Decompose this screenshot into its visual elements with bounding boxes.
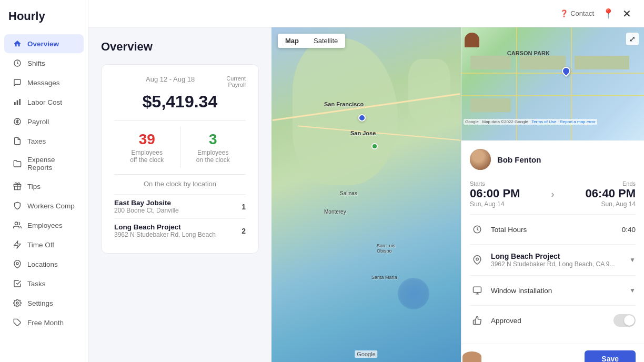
tab-satellite[interactable]: Satellite [306, 34, 345, 48]
expand-map-button[interactable]: ⤢ [626, 33, 639, 45]
topbar: ❓ Contact 📍 ✕ [88, 0, 644, 27]
job-dropdown-arrow[interactable]: ▼ [629, 287, 636, 294]
sidebar-label-tasks: Tasks [27, 280, 46, 288]
pin-icon-detail [470, 253, 485, 267]
sidebar-label-payroll: Payroll [27, 118, 49, 126]
gift-icon [13, 182, 22, 191]
location-pin-icon: 📍 [602, 8, 614, 19]
location-info-detail: Long Beach Project 3962 N Studebaker Rd,… [491, 252, 623, 268]
bar-chart-icon [13, 97, 22, 107]
on-clock-label: Employeeson the clock [185, 149, 242, 164]
start-time-block: Starts 06:00 PM Sun, Aug 14 [470, 180, 520, 208]
job-row: Window Installation ▼ [470, 275, 636, 305]
payroll-header: Aug 12 - Aug 18 Current Payroll [114, 75, 246, 88]
sidebar-label-taxes: Taxes [27, 137, 46, 145]
sidebar-item-settings[interactable]: Settings [4, 294, 84, 313]
content-area: Overview Aug 12 - Aug 18 Current Payroll… [88, 27, 644, 362]
sidebar-item-free-month[interactable]: Free Month [4, 313, 84, 332]
on-clock-stat: 3 Employeeson the clock [180, 127, 246, 168]
folder-icon [13, 159, 22, 168]
user-avatar [470, 149, 491, 170]
pin-icon [13, 259, 22, 269]
location-info-long-beach: Long Beach Project 3962 N Studebaker Rd,… [114, 223, 216, 238]
sidebar-item-employees[interactable]: Employees [4, 216, 84, 235]
location-info-east-bay: East Bay Jobsite 200 Boone Ct, Danville [114, 199, 179, 214]
sidebar-nav: Overview Shifts Messages Labor Cost Payr [0, 32, 88, 362]
current-payroll-label: Current Payroll [226, 75, 246, 88]
sidebar-label-expense-reports: Expense Reports [27, 156, 75, 172]
sidebar-item-expense-reports[interactable]: Expense Reports [4, 151, 84, 176]
time-row: Starts 06:00 PM Sun, Aug 14 › Ends 06:40… [470, 180, 636, 208]
sidebar-label-overview: Overview [27, 40, 59, 48]
message-icon [13, 78, 22, 87]
payroll-amount: $5,419.34 [114, 92, 246, 112]
total-hours-row: Total Hours 0:40 [470, 214, 636, 244]
svg-point-8 [16, 263, 18, 265]
cursor-indicator [398, 278, 429, 309]
app-logo: Hourly [0, 0, 88, 32]
clock-icon-detail [470, 222, 485, 237]
svg-point-6 [15, 222, 17, 225]
sidebar-label-workers-comp: Workers Comp [27, 202, 75, 210]
right-panel-mini-map: CARSON PARK Google Map data ©2022 Google… [461, 27, 644, 140]
sidebar-item-time-off[interactable]: Time Off [4, 235, 84, 254]
tag-icon [13, 318, 22, 327]
close-window-icon[interactable]: ✕ [622, 7, 631, 20]
file-icon [13, 136, 22, 146]
job-icon [470, 283, 485, 298]
map-pin-sf [358, 114, 366, 122]
users-icon [13, 220, 22, 230]
google-watermark: Google [355, 350, 377, 358]
sidebar-item-messages[interactable]: Messages [4, 73, 84, 92]
off-clock-label: Employeesoff the clock [118, 149, 176, 164]
approved-toggle[interactable] [613, 314, 636, 327]
save-button[interactable]: Save [585, 350, 636, 362]
location-row-east-bay: East Bay Jobsite 200 Boone Ct, Danville … [114, 194, 246, 218]
sidebar-item-taxes[interactable]: Taxes [4, 132, 84, 150]
sidebar-item-locations[interactable]: Locations [4, 255, 84, 274]
home-icon [13, 39, 22, 48]
map-background: San Francisco San Jose Salinas Monterey … [271, 27, 461, 362]
sidebar-item-overview[interactable]: Overview [4, 34, 84, 53]
svg-marker-7 [14, 241, 21, 248]
sidebar-label-free-month: Free Month [27, 319, 64, 327]
sidebar-label-tips: Tips [27, 183, 41, 190]
svg-rect-3 [19, 99, 21, 105]
page-title: Overview [101, 40, 259, 54]
approved-row: Approved [470, 305, 636, 335]
sidebar-item-payroll[interactable]: Payroll [4, 112, 84, 131]
report-error-link[interactable]: Report a map error [560, 119, 596, 124]
svg-rect-1 [14, 102, 16, 105]
location-row-long-beach: Long Beach Project 3962 N Studebaker Rd,… [114, 218, 246, 243]
sidebar-label-time-off: Time Off [27, 241, 54, 249]
help-button[interactable]: ❓ Contact [560, 9, 594, 17]
time-off-icon [13, 240, 22, 249]
payroll-date: Aug 12 - Aug 18 [114, 75, 226, 83]
on-clock-by-location-header: On the clock by location [114, 180, 246, 188]
off-clock-count: 39 [118, 131, 176, 148]
svg-rect-13 [474, 287, 481, 293]
user-name: Bob Fenton [497, 155, 541, 164]
sidebar-label-shifts: Shifts [27, 59, 45, 67]
sidebar-label-employees: Employees [27, 222, 63, 229]
panel-body: Bob Fenton Starts 06:00 PM Sun, Aug 14 ›… [461, 140, 644, 344]
sidebar-item-tips[interactable]: Tips [4, 177, 84, 196]
terms-link[interactable]: Terms of Use [531, 119, 556, 124]
sidebar-label-messages: Messages [27, 79, 60, 87]
sidebar-item-labor-cost[interactable]: Labor Cost [4, 93, 84, 112]
sidebar-label-labor-cost: Labor Cost [27, 98, 62, 106]
sidebar-item-workers-comp[interactable]: Workers Comp [4, 196, 84, 215]
shield-icon [13, 201, 22, 210]
map-container: San Francisco San Jose Salinas Monterey … [271, 27, 461, 362]
sidebar-item-shifts[interactable]: Shifts [4, 54, 84, 73]
help-icon: ❓ [560, 9, 568, 17]
sidebar-item-tasks[interactable]: Tasks [4, 274, 84, 293]
main-content: ❓ Contact 📍 ✕ Overview Aug 12 - Aug 18 C… [88, 0, 644, 362]
on-clock-count: 3 [185, 131, 242, 148]
right-detail-panel: CARSON PARK Google Map data ©2022 Google… [461, 27, 644, 362]
thumbs-up-icon [470, 313, 485, 328]
location-dropdown-arrow[interactable]: ▼ [629, 256, 636, 264]
tab-map[interactable]: Map [278, 34, 306, 48]
sidebar: Hourly Overview Shifts Messages Labor Co… [0, 0, 88, 362]
check-icon [13, 279, 22, 288]
